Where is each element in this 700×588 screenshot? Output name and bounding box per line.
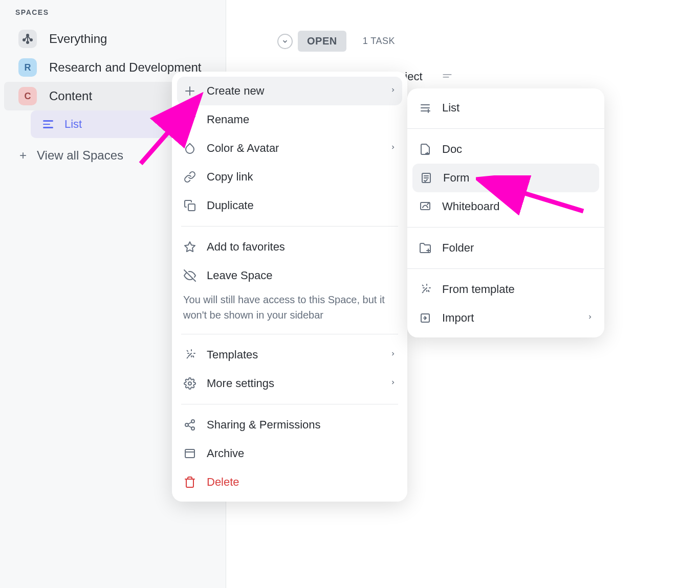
- svg-line-18: [188, 426, 192, 428]
- share-icon: [183, 418, 196, 432]
- submenu-form[interactable]: Form: [412, 164, 599, 192]
- gear-icon: [183, 377, 196, 390]
- svg-line-6: [28, 36, 30, 39]
- plus-icon: +: [19, 148, 27, 163]
- leave-space-description: You will still have access to this Space…: [172, 290, 407, 328]
- research-badge: R: [18, 58, 37, 77]
- content-badge: C: [18, 87, 37, 105]
- eye-off-icon: [183, 269, 196, 282]
- menu-divider: [407, 128, 604, 129]
- menu-label: Templates: [207, 348, 380, 361]
- submenu-list[interactable]: List: [407, 94, 604, 122]
- folder-icon: [419, 241, 432, 255]
- archive-icon: [183, 447, 196, 460]
- submenu-whiteboard[interactable]: Whiteboard: [407, 192, 604, 221]
- menu-delete[interactable]: Delete: [172, 468, 407, 496]
- chevron-right-icon: [587, 312, 593, 324]
- menu-divider: [181, 226, 398, 227]
- sidebar-item-everything[interactable]: Everything: [4, 25, 222, 53]
- link-icon: [183, 170, 196, 184]
- submenu-from-template[interactable]: From template: [407, 275, 604, 304]
- menu-label: Color & Avatar: [207, 142, 380, 155]
- sidebar-item-label: Everything: [49, 32, 107, 46]
- wand-icon: [419, 283, 432, 296]
- menu-divider: [181, 404, 398, 404]
- menu-more-settings[interactable]: More settings: [172, 369, 407, 398]
- chevron-right-icon: [390, 378, 396, 389]
- drop-icon: [183, 142, 196, 155]
- menu-color-avatar[interactable]: Color & Avatar: [172, 134, 407, 163]
- menu-label: More settings: [207, 377, 380, 390]
- create-new-submenu: List Doc Form Whiteboard Folder: [407, 88, 604, 337]
- task-count: 1 TASK: [363, 36, 395, 47]
- menu-label: Leave Space: [207, 269, 396, 282]
- submenu-folder[interactable]: Folder: [407, 234, 604, 262]
- menu-label: Whiteboard: [442, 200, 593, 213]
- list-icon: [419, 101, 432, 115]
- wand-icon: [183, 348, 196, 361]
- task-menu-icon[interactable]: [442, 70, 452, 83]
- collapse-button[interactable]: [277, 34, 293, 49]
- list-icon: [43, 120, 53, 128]
- svg-point-14: [188, 382, 191, 385]
- pencil-icon: [183, 113, 196, 126]
- plus-icon: [183, 84, 196, 98]
- menu-label: Import: [442, 311, 577, 325]
- svg-rect-11: [188, 204, 195, 211]
- doc-icon: [419, 143, 432, 156]
- svg-line-5: [25, 36, 27, 39]
- svg-marker-12: [185, 242, 195, 252]
- svg-rect-20: [185, 449, 194, 458]
- view-all-label: View all Spaces: [37, 148, 123, 163]
- menu-label: List: [442, 101, 593, 115]
- menu-label: Sharing & Permissions: [207, 418, 396, 432]
- context-menu: Create new Rename Color & Avatar Copy li…: [172, 72, 407, 502]
- chevron-right-icon: [390, 143, 396, 154]
- chevron-right-icon: [390, 85, 396, 97]
- duplicate-icon: [183, 199, 196, 212]
- chevron-right-icon: [390, 349, 396, 360]
- everything-icon: [18, 30, 37, 48]
- menu-label: Archive: [207, 447, 396, 460]
- task-header: OPEN 1 TASK: [247, 31, 680, 52]
- submenu-import[interactable]: Import: [407, 304, 604, 332]
- menu-divider: [407, 268, 604, 269]
- menu-archive[interactable]: Archive: [172, 439, 407, 468]
- menu-label: From template: [442, 283, 593, 296]
- menu-add-favorites[interactable]: Add to favorites: [172, 233, 407, 261]
- menu-divider: [407, 227, 604, 228]
- menu-label: Rename: [207, 113, 396, 126]
- menu-label: Copy link: [207, 170, 396, 184]
- menu-templates[interactable]: Templates: [172, 341, 407, 369]
- form-icon: [420, 171, 433, 185]
- menu-label: Form: [443, 171, 592, 185]
- sidebar-subitem-label: List: [64, 118, 82, 131]
- menu-label: Duplicate: [207, 199, 396, 212]
- menu-divider: [181, 334, 398, 334]
- menu-duplicate[interactable]: Duplicate: [172, 191, 407, 220]
- import-icon: [419, 311, 432, 325]
- sidebar-header: SPACES: [0, 6, 226, 25]
- menu-create-new[interactable]: Create new: [177, 77, 402, 105]
- status-badge[interactable]: OPEN: [298, 31, 346, 52]
- menu-label: Folder: [442, 241, 593, 255]
- submenu-doc[interactable]: Doc: [407, 135, 604, 164]
- svg-line-19: [188, 422, 192, 424]
- menu-label: Create new: [207, 84, 380, 98]
- menu-label: Add to favorites: [207, 240, 396, 254]
- menu-sharing[interactable]: Sharing & Permissions: [172, 411, 407, 439]
- star-icon: [183, 240, 196, 254]
- menu-label: Delete: [207, 476, 396, 489]
- trash-icon: [183, 476, 196, 489]
- menu-leave-space[interactable]: Leave Space: [172, 261, 407, 290]
- menu-label: Doc: [442, 143, 593, 156]
- sidebar-item-label: Content: [49, 89, 92, 103]
- whiteboard-icon: [419, 200, 432, 213]
- menu-rename[interactable]: Rename: [172, 105, 407, 134]
- menu-copy-link[interactable]: Copy link: [172, 163, 407, 191]
